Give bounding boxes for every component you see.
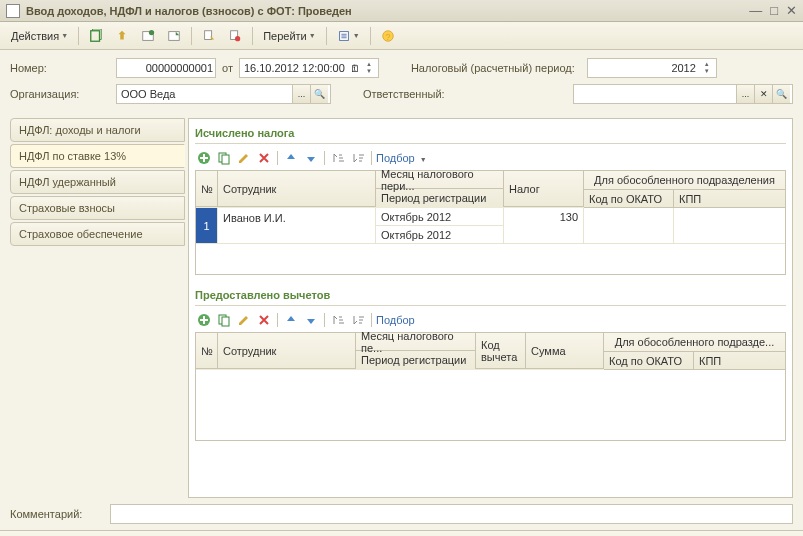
sort-desc-icon[interactable]	[349, 311, 367, 329]
delete-icon[interactable]	[255, 149, 273, 167]
help-button[interactable]: ?	[376, 26, 400, 46]
col-reg-period[interactable]: Период регистрации	[356, 351, 476, 369]
col-kpp[interactable]: КПП	[674, 190, 785, 208]
spin-up[interactable]: ▲	[362, 61, 376, 68]
col-reg-period[interactable]: Период регистрации	[376, 189, 504, 207]
tab-insurance-coverage[interactable]: Страховое обеспечение	[10, 222, 185, 246]
toolbar-icon-4[interactable]	[162, 26, 186, 46]
toolbar-icon-6[interactable]	[223, 26, 247, 46]
spin-up[interactable]: ▲	[700, 61, 714, 68]
comment-row: Комментарий:	[0, 498, 803, 530]
col-subdivision[interactable]: Для обособленного подразделения	[584, 171, 785, 190]
spin-down[interactable]: ▼	[362, 68, 376, 75]
svg-point-2	[149, 29, 154, 34]
goto-label: Перейти	[263, 30, 307, 42]
col-deduct-code[interactable]: Код вычета	[476, 333, 526, 369]
tab-income-taxes[interactable]: НДФЛ: доходы и налоги	[10, 118, 185, 142]
tab-ndfl-13[interactable]: НДФЛ по ставке 13%	[10, 144, 185, 168]
date-input[interactable]: 16.10.2012 12:00:00 🗓 ▲▼	[239, 58, 379, 78]
move-down-icon[interactable]	[302, 311, 320, 329]
svg-rect-3	[169, 31, 180, 40]
col-employee[interactable]: Сотрудник	[218, 333, 356, 369]
col-num[interactable]: №	[196, 171, 218, 207]
responsible-label: Ответственный:	[363, 88, 445, 100]
cell-employee: Иванов И.И.	[218, 208, 376, 244]
goto-menu[interactable]: Перейти ▼	[258, 27, 321, 45]
edit-icon[interactable]	[235, 149, 253, 167]
org-input[interactable]: ООО Веда ... 🔍	[116, 84, 331, 104]
minimize-button[interactable]: —	[749, 3, 762, 18]
section2-title: Предоставлено вычетов	[195, 285, 786, 306]
number-label: Номер:	[10, 62, 110, 74]
sort-desc-icon[interactable]	[349, 149, 367, 167]
move-down-icon[interactable]	[302, 149, 320, 167]
cell-tax-month: Октябрь 2012	[376, 208, 504, 226]
col-employee[interactable]: Сотрудник	[218, 171, 376, 207]
actions-menu[interactable]: Действия ▼	[6, 27, 73, 45]
sort-asc-icon[interactable]	[329, 149, 347, 167]
edit-icon[interactable]	[235, 311, 253, 329]
add-icon[interactable]	[195, 149, 213, 167]
spin-down[interactable]: ▼	[700, 68, 714, 75]
calendar-icon[interactable]: 🗓	[350, 63, 360, 74]
svg-text:?: ?	[385, 31, 390, 41]
cell-reg-period: Октябрь 2012	[376, 226, 504, 244]
selection-label: Подбор	[376, 152, 415, 164]
dropdown-icon: ▼	[353, 32, 360, 39]
selection-link[interactable]: Подбор ▼	[376, 152, 427, 164]
col-tax[interactable]: Налог	[504, 171, 584, 207]
svg-rect-15	[222, 155, 229, 164]
col-tax-month[interactable]: Месяц налогового пери...	[376, 171, 504, 189]
section1-toolbar: Подбор ▼	[195, 146, 786, 170]
selection-label: Подбор	[376, 314, 415, 326]
toolbar-icon-7[interactable]: ▼	[332, 26, 365, 46]
select-button[interactable]: ...	[292, 85, 310, 103]
clear-button[interactable]: ✕	[754, 85, 772, 103]
sort-asc-icon[interactable]	[329, 311, 347, 329]
delete-icon[interactable]	[255, 311, 273, 329]
col-amount[interactable]: Сумма	[526, 333, 604, 369]
col-subdivision[interactable]: Для обособленного подразде...	[604, 333, 785, 352]
maximize-button[interactable]: □	[770, 3, 778, 18]
toolbar-icon-2[interactable]	[110, 26, 134, 46]
copy-icon[interactable]	[215, 311, 233, 329]
col-tax-month[interactable]: Месяц налогового пе...	[356, 333, 476, 351]
section1-title: Исчислено налога	[195, 123, 786, 144]
tax-period-input[interactable]: 2012 ▲▼	[587, 58, 717, 78]
app-icon	[6, 4, 20, 18]
cell-num: 1	[196, 208, 218, 244]
org-label: Организация:	[10, 88, 110, 100]
dropdown-icon: ▼	[309, 32, 316, 39]
col-okato[interactable]: Код по ОКАТО	[604, 352, 694, 370]
move-up-icon[interactable]	[282, 311, 300, 329]
select-button[interactable]: ...	[736, 85, 754, 103]
toolbar-icon-5[interactable]	[197, 26, 221, 46]
col-okato[interactable]: Код по ОКАТО	[584, 190, 674, 208]
search-button[interactable]: 🔍	[772, 85, 790, 103]
dropdown-icon: ▼	[61, 32, 68, 39]
toolbar-icon-1[interactable]	[84, 26, 108, 46]
selection-link[interactable]: Подбор	[376, 314, 415, 326]
add-icon[interactable]	[195, 311, 213, 329]
number-input[interactable]: 00000000001	[116, 58, 216, 78]
move-up-icon[interactable]	[282, 149, 300, 167]
table-row[interactable]: 1 Иванов И.И. Октябрь 2012 Октябрь 2012 …	[196, 208, 785, 244]
form-area: Номер: 00000000001 от 16.10.2012 12:00:0…	[0, 50, 803, 118]
section1-grid: № Сотрудник Месяц налогового пери... Пер…	[195, 170, 786, 275]
tab-ndfl-withheld[interactable]: НДФЛ удержанный	[10, 170, 185, 194]
comment-input[interactable]	[110, 504, 793, 524]
main-toolbar: Действия ▼ Перейти ▼ ▼ ?	[0, 22, 803, 50]
bottom-buttons: OK | Записать | Закрыть	[0, 530, 803, 536]
section2-grid: № Сотрудник Месяц налогового пе... Перио…	[195, 332, 786, 441]
toolbar-icon-3[interactable]	[136, 26, 160, 46]
number-value: 00000000001	[121, 62, 213, 74]
col-kpp[interactable]: КПП	[694, 352, 785, 370]
col-num[interactable]: №	[196, 333, 218, 369]
tab-insurance-contrib[interactable]: Страховые взносы	[10, 196, 185, 220]
close-button[interactable]: ✕	[786, 3, 797, 18]
window-title: Ввод доходов, НДФЛ и налогов (взносов) с…	[26, 5, 749, 17]
copy-icon[interactable]	[215, 149, 233, 167]
search-button[interactable]: 🔍	[310, 85, 328, 103]
svg-point-6	[235, 36, 240, 41]
responsible-input[interactable]: ... ✕ 🔍	[573, 84, 793, 104]
